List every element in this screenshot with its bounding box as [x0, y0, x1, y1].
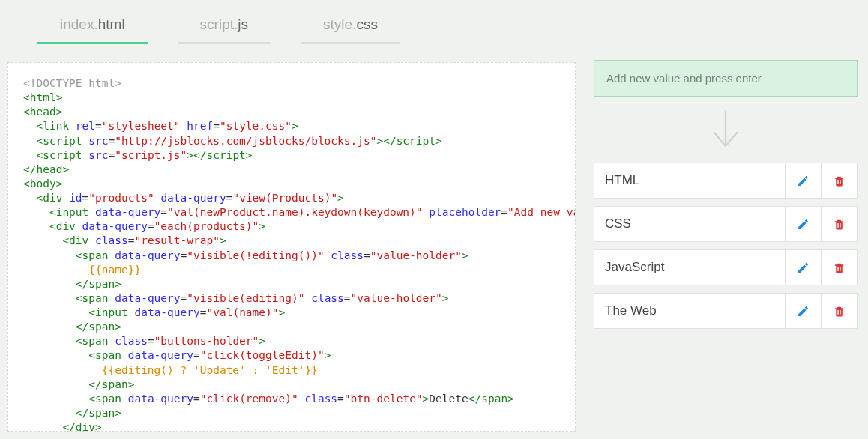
code-token: {{editing() ? 'Update' : 'Edit'}}	[102, 364, 318, 376]
edit-button[interactable]	[785, 294, 821, 328]
pencil-icon	[797, 218, 810, 231]
tab-index-html[interactable]: index.html	[37, 0, 148, 44]
code-token: http://jsblocks.com/jsblocks/blocks.js	[121, 135, 370, 147]
trash-icon	[833, 218, 846, 231]
delete-button[interactable]	[821, 207, 857, 241]
delete-button[interactable]	[821, 250, 857, 285]
edit-button[interactable]	[785, 250, 821, 285]
edit-button[interactable]	[785, 207, 821, 241]
list-item-label: HTML	[594, 163, 785, 198]
tab-label-bold: js	[238, 16, 248, 32]
add-value-input[interactable]	[594, 60, 858, 97]
list-item: JavaScript	[594, 249, 858, 285]
trash-icon	[833, 261, 846, 274]
trash-icon	[833, 175, 846, 187]
code-token: visible(!editing())	[193, 249, 318, 261]
tab-style-css[interactable]: style.css	[301, 0, 400, 44]
code-token: visible(editing)	[193, 292, 298, 304]
list-item: HTML	[594, 163, 858, 199]
list-item: The Web	[594, 293, 858, 329]
code-token: click(toggleEdit)	[206, 349, 317, 361]
list-item-label: The Web	[594, 294, 785, 328]
code-token: val(name)	[213, 306, 272, 318]
value-list: HTML CSS JavaScript	[594, 163, 858, 329]
tab-label-light: script.	[200, 16, 238, 32]
pencil-icon	[797, 261, 810, 274]
edit-button[interactable]	[785, 163, 821, 198]
arrow-indicator	[594, 97, 858, 163]
tab-label-bold: html	[98, 16, 125, 32]
code-line: <!DOCTYPE html>	[23, 77, 121, 89]
editor-panel: index.html script.js style.css <!DOCTYPE…	[0, 0, 583, 439]
tab-label-light: style.	[323, 16, 356, 32]
list-item-label: CSS	[594, 207, 785, 241]
delete-button[interactable]	[821, 294, 857, 328]
code-token: click(remove)	[206, 393, 292, 405]
tab-label-light: index.	[60, 16, 98, 32]
preview-panel: HTML CSS JavaScript	[583, 0, 868, 439]
delete-button[interactable]	[821, 163, 857, 198]
code-token: val(newProduct.name).keydown(keydown)	[174, 206, 416, 218]
pencil-icon	[797, 305, 810, 318]
code-token: each(products)	[160, 220, 252, 232]
file-tabs: index.html script.js style.css	[7, 0, 576, 44]
tab-label-bold: css	[356, 16, 378, 32]
list-item: CSS	[594, 206, 858, 242]
trash-icon	[833, 305, 846, 318]
code-token: {{name}}	[88, 264, 141, 276]
code-token: Add new valu	[514, 206, 576, 218]
tab-script-js[interactable]: script.js	[178, 0, 271, 44]
code-editor[interactable]: <!DOCTYPE html> <html> <head> <link rel=…	[7, 62, 576, 432]
code-token: view(Products)	[239, 192, 331, 204]
pencil-icon	[797, 175, 810, 187]
arrow-down-icon	[710, 110, 741, 149]
list-item-label: JavaScript	[594, 250, 785, 285]
